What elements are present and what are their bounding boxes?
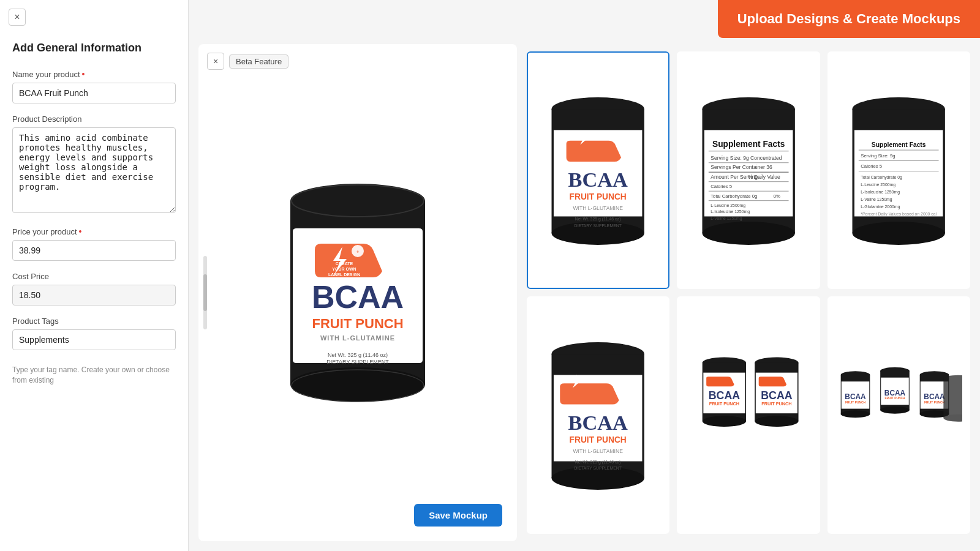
cost-price-label: Cost Price <box>12 272 176 281</box>
gallery-item-front-angle[interactable]: BCAA FRUIT PUNCH WITH L-GLUTAMINE Net Wt… <box>527 296 669 534</box>
svg-text:Supplement Facts: Supplement Facts <box>712 140 785 149</box>
svg-text:DIETARY SUPPLEMENT: DIETARY SUPPLEMENT <box>326 359 389 365</box>
svg-text:BCAA: BCAA <box>761 390 793 402</box>
svg-text:Serving Size: 9g Concentrated: Serving Size: 9g Concentrated <box>710 155 782 161</box>
left-panel: × Add General Information Name your prod… <box>0 0 189 551</box>
svg-text:BCAA: BCAA <box>568 411 628 434</box>
svg-point-82 <box>755 416 798 427</box>
close-viewer-button[interactable]: × <box>207 53 224 70</box>
svg-text:Calories 5: Calories 5 <box>710 184 732 189</box>
beta-badge-area: × Beta Feature <box>207 53 288 70</box>
svg-text:L-Isoleucine 1250mg: L-Isoleucine 1250mg <box>710 210 750 215</box>
price-required-indicator: • <box>79 227 82 236</box>
product-tags-label: Product Tags <box>12 317 176 326</box>
gallery-item-front[interactable]: BCAA FRUIT PUNCH WITH L-GLUTAMINE Net Wt… <box>527 51 669 289</box>
svg-text:FRUIT PUNCH: FRUIT PUNCH <box>312 316 403 331</box>
product-name-field: Name your product • <box>12 69 176 114</box>
product-tags-field: Product Tags Type your tag name. Create … <box>12 317 176 386</box>
svg-text:L-Leucine 2500mg: L-Leucine 2500mg <box>861 182 895 187</box>
svg-text:WITH L-GLUTAMINE: WITH L-GLUTAMINE <box>573 448 624 454</box>
svg-text:Net Wt. 325 g (11.46 oz): Net Wt. 325 g (11.46 oz) <box>328 352 388 358</box>
svg-text:BCAA: BCAA <box>884 389 906 397</box>
svg-text:DIETARY SUPPLEMENT: DIETARY SUPPLEMENT <box>575 223 622 228</box>
svg-text:FRUIT PUNCH: FRUIT PUNCH <box>570 435 627 444</box>
scroll-thumb <box>203 274 207 311</box>
svg-text:YOUR OWN: YOUR OWN <box>332 267 356 271</box>
svg-text:BCAA: BCAA <box>568 168 628 192</box>
product-name-input[interactable] <box>12 83 176 103</box>
gallery-item-group-3[interactable]: BCAA FRUIT PUNCH BCAA FRUIT PUNCH <box>827 296 970 534</box>
svg-text:BCAA: BCAA <box>312 279 404 315</box>
product-image-area: + CREATE YOUR OWN LABEL DESIGN BCAA FRUI… <box>208 54 507 531</box>
svg-text:% Daily Value: % Daily Value <box>748 174 780 180</box>
svg-text:WITH L-GLUTAMINE: WITH L-GLUTAMINE <box>573 205 624 211</box>
gallery-item-back-label[interactable]: Supplement Facts Serving Size: 9g Calori… <box>827 51 970 289</box>
svg-text:Total Carbohydrate 0g: Total Carbohydrate 0g <box>861 175 902 180</box>
svg-text:+: + <box>356 249 360 255</box>
scroll-indicator <box>203 256 207 329</box>
svg-text:BCAA: BCAA <box>708 390 740 402</box>
svg-point-88 <box>841 410 870 418</box>
svg-text:FRUIT PUNCH: FRUIT PUNCH <box>885 397 905 400</box>
svg-text:L-Leucine 2500mg: L-Leucine 2500mg <box>710 203 745 208</box>
svg-text:*Percent Daily Values based on: *Percent Daily Values based on 2000 cal <box>861 212 937 217</box>
product-mockup-image: + CREATE YOUR OWN LABEL DESIGN BCAA FRUI… <box>266 164 450 421</box>
svg-text:WITH L-GLUTAMINE: WITH L-GLUTAMINE <box>320 334 395 342</box>
gallery-item-group-2[interactable]: BCAA FRUIT PUNCH BCAA FRUIT PUNCH <box>677 296 820 534</box>
mockup-gallery: BCAA FRUIT PUNCH WITH L-GLUTAMINE Net Wt… <box>527 44 970 541</box>
svg-text:Net Wt. 325 g (11.46 oz): Net Wt. 325 g (11.46 oz) <box>575 460 621 465</box>
svg-text:BCAA: BCAA <box>924 393 945 402</box>
mockup-viewer: × Beta Feature <box>198 44 517 541</box>
svg-text:Calories 5: Calories 5 <box>861 164 882 170</box>
svg-text:L-Glutamine 2000mg: L-Glutamine 2000mg <box>861 204 900 209</box>
svg-text:FRUIT PUNCH: FRUIT PUNCH <box>761 401 791 407</box>
svg-text:Net Wt. 325 g (11.46 oz): Net Wt. 325 g (11.46 oz) <box>575 217 621 222</box>
cost-price-field: Cost Price <box>12 272 176 317</box>
save-mockup-button[interactable]: Save Mockup <box>414 504 502 527</box>
price-input[interactable] <box>12 240 176 261</box>
svg-text:FRUIT PUNCH: FRUIT PUNCH <box>709 401 739 407</box>
panel-title: Add General Information <box>12 42 176 54</box>
product-description-field: Product Description This amino acid comb… <box>12 114 176 227</box>
main-area: × Beta Feature <box>189 0 980 551</box>
svg-point-76 <box>703 416 746 427</box>
cost-price-input[interactable] <box>12 285 176 305</box>
price-field: Price your product • <box>12 227 176 272</box>
close-button[interactable]: × <box>9 9 26 26</box>
product-tags-input[interactable] <box>12 329 176 350</box>
svg-text:BCAA: BCAA <box>845 393 866 402</box>
svg-text:LABEL DESIGN: LABEL DESIGN <box>328 272 360 277</box>
svg-text:FRUIT PUNCH: FRUIT PUNCH <box>570 192 627 201</box>
product-description-input[interactable]: This amino acid combinate promotes healt… <box>12 127 176 213</box>
gallery-item-supplement-facts[interactable]: Supplement Facts Serving Size: 9g Concen… <box>677 51 820 289</box>
product-name-label: Name your product • <box>12 69 176 79</box>
product-description-label: Product Description <box>12 114 176 124</box>
svg-text:0%: 0% <box>773 193 780 199</box>
svg-text:L-Valine 1250mg: L-Valine 1250mg <box>710 216 742 221</box>
price-label: Price your product • <box>12 227 176 236</box>
svg-text:FRUIT PUNCH: FRUIT PUNCH <box>924 401 944 404</box>
upload-banner[interactable]: Upload Designs & Create Mockups <box>718 0 980 38</box>
svg-text:Servings Per Container 36: Servings Per Container 36 <box>710 164 772 170</box>
svg-text:CREATE: CREATE <box>336 261 353 266</box>
svg-text:DIETARY SUPPLEMENT: DIETARY SUPPLEMENT <box>575 466 622 470</box>
svg-text:Supplement Facts: Supplement Facts <box>872 141 926 148</box>
svg-text:Total Carbohydrate 0g: Total Carbohydrate 0g <box>710 193 757 199</box>
svg-rect-105 <box>943 379 962 418</box>
svg-point-94 <box>880 407 910 414</box>
beta-badge: Beta Feature <box>229 54 288 69</box>
svg-point-50 <box>853 222 945 245</box>
tags-hint: Type your tag name. Create your own or c… <box>12 365 176 386</box>
svg-text:Serving Size: 9g: Serving Size: 9g <box>861 153 895 159</box>
svg-text:FRUIT PUNCH: FRUIT PUNCH <box>845 401 865 404</box>
svg-point-29 <box>702 222 794 245</box>
svg-text:L-Valine 1250mg: L-Valine 1250mg <box>861 197 892 202</box>
svg-text:L-Isoleucine 1250mg: L-Isoleucine 1250mg <box>861 190 900 195</box>
required-indicator: • <box>82 69 85 79</box>
right-panel: Upload Designs & Create Mockups × Beta F… <box>189 0 980 551</box>
